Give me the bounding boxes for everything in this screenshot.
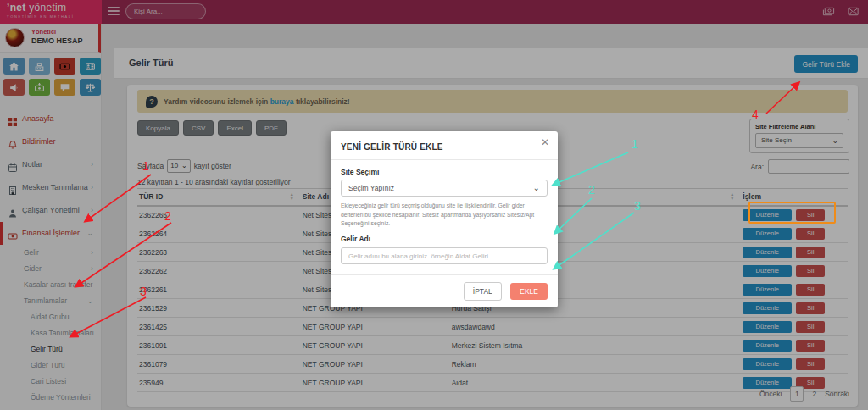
income-name-input[interactable] bbox=[341, 247, 548, 264]
close-icon[interactable]: ✕ bbox=[541, 136, 549, 148]
modal-footer: İPTAL EKLE bbox=[331, 274, 558, 308]
income-name-label: Gelir Adı bbox=[341, 235, 548, 243]
modal-title: YENİ GELİR TÜRÜ EKLE bbox=[341, 142, 443, 152]
submit-button[interactable]: EKLE bbox=[510, 283, 548, 300]
site-select-label: Site Seçimi bbox=[341, 168, 548, 176]
cancel-button[interactable]: İPTAL bbox=[464, 282, 502, 301]
modal-header: YENİ GELİR TÜRÜ EKLE ✕ bbox=[331, 131, 558, 160]
new-income-type-modal: YENİ GELİR TÜRÜ EKLE ✕ Site Seçimi Seçim… bbox=[331, 131, 558, 308]
chevron-down-icon: ⌄ bbox=[533, 180, 540, 196]
site-select[interactable]: Seçim Yapınız⌄ bbox=[341, 180, 548, 197]
site-select-help-text: Ekleyeceğiniz gelir türü seçmiş olduğunu… bbox=[341, 202, 548, 229]
modal-body: Site Seçimi Seçim Yapınız⌄ Ekleyeceğiniz… bbox=[331, 160, 558, 268]
app-window: ʼnet yönetim YÖNETİMİN EN METHALİ Yöneti… bbox=[0, 0, 868, 410]
